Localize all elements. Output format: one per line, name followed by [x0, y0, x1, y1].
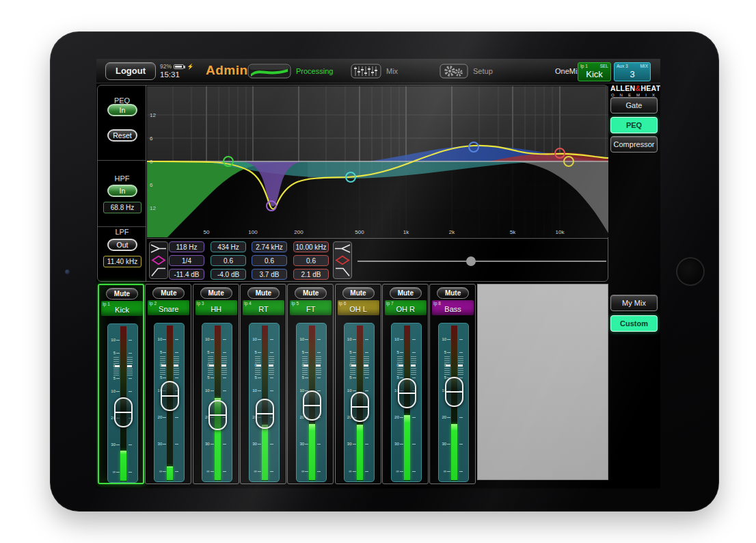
- band-2-width[interactable]: 0.6: [211, 255, 246, 266]
- fader-knob[interactable]: [256, 399, 274, 429]
- fader-track[interactable]: 10505102030∞: [249, 323, 280, 482]
- band-2-gain[interactable]: -4.0 dB: [211, 269, 246, 280]
- lpf-out-button[interactable]: Out: [107, 239, 137, 251]
- fader-track[interactable]: 10505102030∞: [391, 323, 422, 482]
- fader-knob[interactable]: [208, 400, 227, 430]
- zero-mark: [458, 365, 463, 367]
- hpf-in-button[interactable]: In: [107, 185, 137, 197]
- logout-button[interactable]: Logout: [105, 62, 156, 80]
- width-slider[interactable]: [357, 239, 606, 282]
- scale-label: 5: [154, 350, 162, 354]
- mute-button[interactable]: Mute: [152, 287, 185, 299]
- channel-name: Snare: [148, 305, 189, 313]
- scale-tick: [175, 378, 178, 378]
- channel-strip-ft[interactable]: Mute Ip 5 FT10505102030∞: [287, 284, 334, 484]
- fader-track[interactable]: 10505102030∞: [296, 323, 327, 482]
- channel-strip-hh[interactable]: Mute Ip 3 HH10505102030∞: [193, 284, 239, 484]
- hpf-slope-icon[interactable]: [150, 267, 167, 277]
- band-2-freq[interactable]: 434 Hz: [211, 241, 246, 252]
- shelf-low-icon[interactable]: [334, 243, 351, 254]
- channel-strip-kick[interactable]: Mute Ip 1 Kick10505102030∞: [98, 284, 144, 484]
- width-slider-handle[interactable]: [466, 256, 476, 266]
- scale-tick: [400, 471, 403, 472]
- mute-button[interactable]: Mute: [342, 287, 375, 299]
- fader-knob[interactable]: [114, 397, 133, 427]
- channel-strip-oh-r[interactable]: Mute Ip 7 OH R10505102030∞: [382, 284, 429, 484]
- selected-mix-box[interactable]: Aux 3 MIX 3: [614, 62, 651, 81]
- band-1-gain[interactable]: -11.4 dB: [169, 269, 204, 280]
- zero-hatch: [127, 357, 133, 364]
- sidebar-button-compressor[interactable]: Compressor: [610, 136, 658, 153]
- channel-name-box[interactable]: Ip 6 OH L: [338, 300, 379, 315]
- selected-channel-box[interactable]: Ip 1 SEL Kick: [578, 62, 611, 81]
- shelf-high-icon[interactable]: [150, 243, 167, 254]
- channel-name-box[interactable]: Ip 7 OH R: [385, 300, 427, 315]
- peq-reset-button[interactable]: Reset: [107, 129, 137, 142]
- width-slider-track[interactable]: [357, 261, 606, 262]
- mute-button[interactable]: Mute: [390, 287, 422, 299]
- fader-knob[interactable]: [398, 378, 416, 408]
- fader-knob[interactable]: [351, 392, 369, 422]
- channel-name-box[interactable]: Ip 5 FT: [290, 300, 332, 315]
- sidebar-button-gate[interactable]: Gate: [610, 97, 658, 114]
- bell-icon[interactable]: [334, 255, 351, 265]
- tab-processing[interactable]: Processing: [247, 63, 333, 79]
- fader-knob[interactable]: [303, 390, 321, 421]
- fader-knob[interactable]: [445, 377, 463, 407]
- fader-track[interactable]: 10505102030∞: [107, 323, 138, 483]
- band-4-values: 10.00 kHz 0.6 2.1 dB: [293, 241, 329, 282]
- svg-text:6: 6: [150, 182, 153, 188]
- scale-tick: [270, 444, 273, 445]
- band-3-width[interactable]: 0.6: [252, 255, 287, 266]
- lpf-freq-readout[interactable]: 11.40 kHz: [103, 256, 141, 267]
- band-3-gain[interactable]: 3.7 dB: [252, 269, 287, 280]
- mute-button[interactable]: Mute: [295, 287, 327, 299]
- band-3-freq[interactable]: 2.74 kHz: [252, 241, 287, 252]
- fader-track[interactable]: 10505102030∞: [202, 323, 232, 482]
- scale-tick: [459, 444, 463, 445]
- scale-tick: [317, 390, 321, 391]
- lpf-slope-icon[interactable]: [334, 267, 351, 277]
- fader-track[interactable]: 10505102030∞: [438, 323, 469, 482]
- fader-track[interactable]: 10505102030∞: [344, 323, 375, 482]
- mute-button[interactable]: Mute: [247, 287, 280, 299]
- peq-graph[interactable]: 501002005001k2k5k10k1260612: [147, 86, 608, 237]
- zero-hatch: [221, 368, 227, 375]
- channel-strip-rt[interactable]: Mute Ip 4 RT10505102030∞: [240, 284, 286, 484]
- scale-label: 20: [392, 415, 399, 419]
- bell-icon[interactable]: [150, 255, 167, 265]
- empty-strip-area: [477, 284, 608, 480]
- channel-strip-bass[interactable]: Mute Ip 8 Bass10505102030∞: [429, 284, 476, 484]
- scale-tick: [317, 471, 321, 472]
- channel-name-box[interactable]: Ip 1 Kick: [101, 301, 143, 316]
- peq-in-button[interactable]: In: [107, 104, 137, 116]
- channel-name-box[interactable]: Ip 2 Snare: [148, 300, 189, 315]
- scale-tick: [258, 390, 261, 391]
- sidebar-button-peq[interactable]: PEQ: [610, 117, 658, 133]
- channel-name-box[interactable]: Ip 8 Bass: [432, 300, 474, 315]
- channel-strip-snare[interactable]: Mute Ip 2 Snare10505102030∞: [145, 284, 191, 484]
- channel-name-box[interactable]: Ip 4 RT: [243, 300, 284, 315]
- tab-setup-label: Setup: [473, 67, 493, 75]
- tab-mix[interactable]: Mix: [351, 63, 398, 79]
- tab-setup[interactable]: Setup: [440, 63, 493, 79]
- band-1-freq[interactable]: 118 Hz: [169, 241, 204, 252]
- fader-track[interactable]: 10505102030∞: [154, 323, 185, 482]
- channel-strip-oh-l[interactable]: Mute Ip 6 OH L10505102030∞: [335, 284, 381, 484]
- band-4-freq[interactable]: 10.00 kHz: [293, 241, 329, 252]
- home-button[interactable]: [676, 257, 705, 286]
- mute-button[interactable]: Mute: [437, 287, 469, 299]
- hpf-freq-readout[interactable]: 68.8 Hz: [103, 202, 141, 213]
- zero-hatch: [269, 356, 274, 363]
- scale-tick: [317, 339, 321, 340]
- mute-button[interactable]: Mute: [200, 287, 232, 299]
- left-band-type-selector[interactable]: [149, 241, 168, 279]
- right-band-type-selector[interactable]: [333, 241, 352, 279]
- mute-button[interactable]: Mute: [106, 288, 138, 300]
- band-1-width[interactable]: 1/4: [169, 255, 204, 266]
- scale-tick: [353, 339, 356, 340]
- band-4-width[interactable]: 0.6: [293, 255, 329, 266]
- channel-name-box[interactable]: Ip 3 HH: [195, 300, 237, 315]
- fader-knob[interactable]: [161, 381, 179, 411]
- band-4-gain[interactable]: 2.1 dB: [293, 269, 329, 280]
